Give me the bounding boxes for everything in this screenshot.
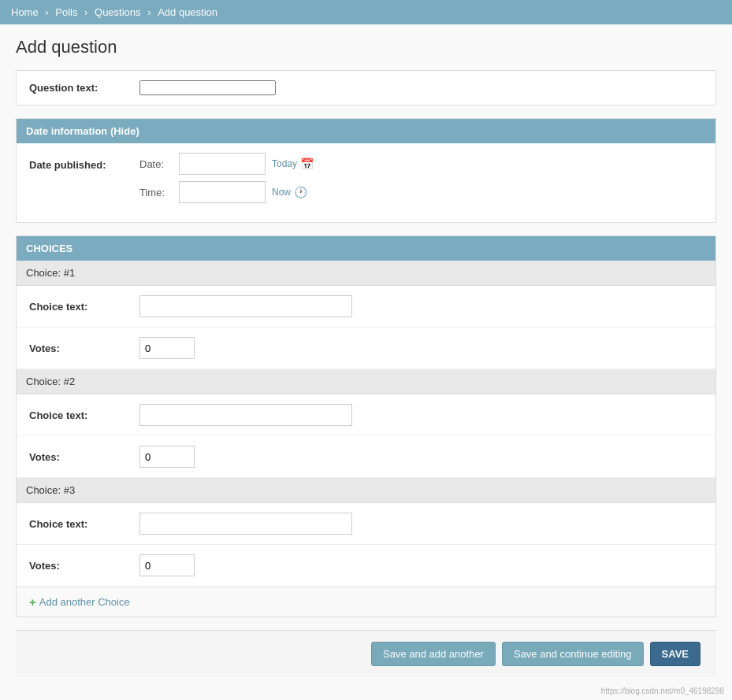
choice-header-2: Choice: #2 <box>17 369 715 394</box>
page-title: Add question <box>16 37 716 57</box>
date-published-row: Date published: Date: Today 📅 Time: Now … <box>17 143 715 222</box>
choice-2-votes-label: Votes: <box>29 451 139 463</box>
time-field-row: Time: Now 🕐 <box>139 181 314 203</box>
choice-1-text-label: Choice text: <box>29 301 139 313</box>
date-section-header[interactable]: Date information (Hide) <box>17 119 715 143</box>
choice-1-votes-input[interactable] <box>139 337 195 359</box>
breadcrumb-sep-1: › <box>45 6 51 18</box>
choice-3-text-label: Choice text: <box>29 518 139 530</box>
choice-block-1: Choice: #1 Choice text: Votes: <box>17 261 715 369</box>
choices-section: CHOICES Choice: #1 Choice text: Votes: C… <box>16 235 716 617</box>
date-label: Date: <box>139 158 179 170</box>
date-field-row: Date: Today 📅 <box>139 153 314 175</box>
choice-block-3: Choice: #3 Choice text: Votes: <box>17 478 715 587</box>
choice-2-votes-input[interactable] <box>139 446 195 468</box>
choice-3-text-input[interactable] <box>139 513 352 535</box>
time-input[interactable] <box>179 181 266 203</box>
footer-bar: Save and add another Save and continue e… <box>16 630 716 677</box>
choice-header-1: Choice: #1 <box>17 261 715 286</box>
date-published-label: Date published: <box>29 153 139 171</box>
now-link[interactable]: Now <box>272 187 291 198</box>
time-label: Time: <box>139 187 179 198</box>
choice-2-text-label: Choice text: <box>29 409 139 421</box>
breadcrumb-sep-3: › <box>147 6 154 18</box>
breadcrumb-polls[interactable]: Polls <box>55 6 77 18</box>
question-text-row: Question text: <box>17 71 715 105</box>
watermark: https://blog.csdn.net/m0_46198298 <box>601 687 724 690</box>
choice-1-text-row: Choice text: <box>17 286 715 328</box>
choice-2-votes-row: Votes: <box>17 436 715 478</box>
choice-2-text-row: Choice text: <box>17 394 715 436</box>
breadcrumb-sep-2: › <box>84 6 91 18</box>
today-link[interactable]: Today <box>272 158 297 169</box>
choice-3-votes-label: Votes: <box>29 560 139 572</box>
choice-3-votes-row: Votes: <box>17 545 715 587</box>
choices-section-header: CHOICES <box>17 236 715 261</box>
question-text-input[interactable] <box>139 80 276 95</box>
clock-icon[interactable]: 🕐 <box>294 186 307 198</box>
choice-block-2: Choice: #2 Choice text: Votes: <box>17 369 715 478</box>
choice-1-text-input[interactable] <box>139 295 352 317</box>
add-another-row: + Add another Choice <box>17 587 715 617</box>
add-another-choice-link[interactable]: + Add another Choice <box>29 595 703 609</box>
choice-header-3: Choice: #3 <box>17 478 715 503</box>
choice-1-votes-row: Votes: <box>17 328 715 369</box>
date-time-fields: Date: Today 📅 Time: Now 🕐 <box>139 153 314 209</box>
choice-1-votes-label: Votes: <box>29 343 139 354</box>
save-and-add-button[interactable]: Save and add another <box>371 642 496 666</box>
add-another-label: Add another Choice <box>39 596 130 608</box>
choice-3-votes-input[interactable] <box>139 554 195 576</box>
question-text-section: Question text: <box>16 70 716 106</box>
breadcrumb-questions[interactable]: Questions <box>95 6 141 18</box>
date-input[interactable] <box>179 153 266 175</box>
breadcrumb-home[interactable]: Home <box>11 6 39 18</box>
breadcrumb-bar: Home › Polls › Questions › Add question <box>0 0 732 24</box>
choice-3-text-row: Choice text: <box>17 503 715 545</box>
choice-2-text-input[interactable] <box>139 404 352 426</box>
breadcrumb-current: Add question <box>158 6 217 18</box>
question-text-label: Question text: <box>29 82 139 94</box>
calendar-icon[interactable]: 📅 <box>300 157 314 170</box>
plus-icon: + <box>29 595 36 609</box>
save-and-continue-button[interactable]: Save and continue editing <box>502 642 644 666</box>
save-button[interactable]: SAVE <box>650 642 700 666</box>
date-section: Date information (Hide) Date published: … <box>16 118 716 223</box>
